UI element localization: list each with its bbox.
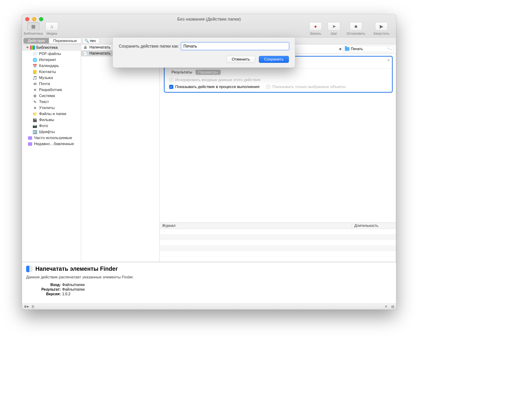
library-item-label: Календарь xyxy=(39,64,59,68)
card-close-button[interactable]: × xyxy=(387,58,390,63)
toolbar-run[interactable]: ▶ Запустить xyxy=(370,22,393,35)
info-title: Напечатать элементы Finder xyxy=(35,265,118,272)
search-input[interactable] xyxy=(90,39,99,43)
library-item[interactable]: ✉Почта xyxy=(22,81,81,87)
search-field[interactable]: 🔍 xyxy=(83,38,99,44)
library-item[interactable]: 📒Контакты xyxy=(22,69,81,75)
category-icon: ✎ xyxy=(33,100,37,104)
action-label: Напечатать xyxy=(90,45,111,50)
tab-actions[interactable]: Действия xyxy=(23,38,49,44)
folder-icon xyxy=(345,47,349,51)
tab-variables[interactable]: Переменные xyxy=(49,38,81,44)
smart-folder-item[interactable]: Недавно…бавленные xyxy=(22,141,81,147)
view-flow-icon[interactable]: ⊟ xyxy=(391,305,394,309)
record-icon: ● xyxy=(314,24,317,29)
actions-list: 🖨Напечатать📄Напечатать xyxy=(81,44,160,262)
location-suffix: в xyxy=(340,47,342,51)
titlebar: Без названия (Действие папки) ▦ Библиоте… xyxy=(22,14,396,38)
log-col-journal[interactable]: Журнал xyxy=(160,223,352,229)
library-item-label: PDF-файлы xyxy=(39,52,61,56)
opt-show-running-label: Показывать действие в процессе выполнени… xyxy=(175,84,259,89)
main-body: Библиотека 📄PDF-файлы🌐Интернет📅Календарь… xyxy=(22,44,396,262)
library-icon xyxy=(30,45,35,50)
library-item[interactable]: ⚙Система xyxy=(22,93,81,99)
library-item[interactable]: 📁Файлы и папки xyxy=(22,111,81,117)
smart-folder-item[interactable]: Часто используемые xyxy=(22,135,81,141)
workflow-canvas[interactable]: × Напечатать: Принтер по умолчанию ⌃⌄ Ре… xyxy=(160,54,396,223)
window-title: Без названия (Действие папки) xyxy=(22,17,396,22)
finder-icon xyxy=(26,266,33,272)
view-list-icon[interactable]: ≡ xyxy=(385,305,387,309)
library-item[interactable]: 🔤Шрифты xyxy=(22,129,81,135)
log-col-duration[interactable]: Длительность xyxy=(352,223,396,229)
category-icon: 📒 xyxy=(33,69,37,74)
library-item[interactable]: 📅Календарь xyxy=(22,63,81,69)
category-icon: 📄 xyxy=(33,52,37,56)
category-icon: 📷 xyxy=(33,124,37,128)
library-item[interactable]: 🎬Фильмы xyxy=(22,117,81,123)
toolbar-record[interactable]: ● Запись xyxy=(307,22,324,35)
toolbar-left: ▦ Библиотека ♫ Медиа xyxy=(25,22,60,35)
action-info: Напечатать элементы Finder Данное действ… xyxy=(22,262,396,304)
opt-ignore-input: Игнорировать входные данные этого действ… xyxy=(169,78,387,82)
action-icon: 🖨 xyxy=(83,45,88,50)
library-item-label: Шрифты xyxy=(39,130,55,134)
library-root[interactable]: Библиотека xyxy=(22,44,81,51)
category-icon: ✉ xyxy=(33,82,37,86)
library-item[interactable]: 🎵Музыка xyxy=(22,75,81,81)
info-description: Данное действие распечатает указанные эл… xyxy=(26,275,392,279)
library-root-label: Библиотека xyxy=(36,45,58,50)
toolbar-run-label: Запустить xyxy=(373,31,389,35)
checkbox-show-running[interactable]: ✓ xyxy=(169,85,173,89)
smart-folder-icon xyxy=(28,136,32,140)
category-icon: 🎬 xyxy=(33,118,37,122)
disclosure-icon xyxy=(26,47,29,49)
library-item[interactable]: 📷Фото xyxy=(22,123,81,129)
log-rows xyxy=(160,229,396,262)
toolbar-stop[interactable]: ■ Остановить xyxy=(344,22,368,35)
automator-window: Без названия (Действие папки) ▦ Библиоте… xyxy=(22,14,396,310)
folder-picker-value: Печать xyxy=(351,47,363,51)
tab-results[interactable]: Результаты xyxy=(172,70,192,75)
smart-folder-label: Часто используемые xyxy=(34,136,72,140)
save-button[interactable]: Сохранить xyxy=(259,56,289,63)
category-icon: 🌐 xyxy=(33,58,37,62)
library-item-label: Музыка xyxy=(39,75,53,80)
gear-menu[interactable]: ✲▾ xyxy=(24,305,29,309)
tab-parameters[interactable]: Параметры xyxy=(196,70,221,75)
log-table: Журнал Длительность xyxy=(160,223,396,262)
library-item[interactable]: ✕Разработчик xyxy=(22,87,81,93)
toolbar-step-label: Шаг xyxy=(331,31,337,35)
toolbar-right: ● Запись ➤ Шаг ■ Остановить ▶ Запустить xyxy=(307,22,393,35)
library-item[interactable]: 🌐Интернет xyxy=(22,57,81,63)
toolbar-step[interactable]: ➤ Шаг xyxy=(326,22,342,35)
cancel-button[interactable]: Отменить xyxy=(227,56,255,63)
toolbar-media[interactable]: ♫ Медиа xyxy=(44,22,60,35)
library-item-label: Контакты xyxy=(39,69,56,74)
library-item[interactable]: 📄PDF-файлы xyxy=(22,51,81,57)
folder-picker[interactable]: Печать ⌃⌄ xyxy=(343,46,393,52)
category-icon: 🔤 xyxy=(33,130,37,134)
stop-icon: ■ xyxy=(355,24,357,29)
save-sheet-label: Сохранить действие папки как: xyxy=(119,44,179,49)
library-item-label: Утилиты xyxy=(39,105,55,110)
library-item[interactable]: ✎Текст xyxy=(22,99,81,105)
inbox-icon[interactable]: ⎘ xyxy=(32,305,34,309)
library-item-label: Фото xyxy=(39,124,48,128)
toolbar-library[interactable]: ▦ Библиотека xyxy=(25,22,41,35)
library-sidebar: Библиотека 📄PDF-файлы🌐Интернет📅Календарь… xyxy=(22,44,81,262)
smart-folder-label: Недавно…бавленные xyxy=(34,142,74,146)
category-icon: ⚙ xyxy=(33,94,37,98)
library-item[interactable]: ✕Утилиты xyxy=(22,105,81,111)
media-icon: ♫ xyxy=(50,24,54,29)
category-icon: ✕ xyxy=(33,105,37,110)
category-icon: 🎵 xyxy=(33,75,37,80)
library-item-label: Фильмы xyxy=(39,118,54,122)
library-item-label: Разработчик xyxy=(39,88,62,92)
category-icon: 📁 xyxy=(33,112,37,116)
step-icon: ➤ xyxy=(332,23,336,29)
chevron-updown-icon: ⌃⌄ xyxy=(387,47,392,51)
library-item-label: Система xyxy=(39,94,55,98)
save-filename-input[interactable] xyxy=(181,43,289,50)
status-bar: ✲▾ ⎘ ≡ ⊟ xyxy=(22,304,396,310)
